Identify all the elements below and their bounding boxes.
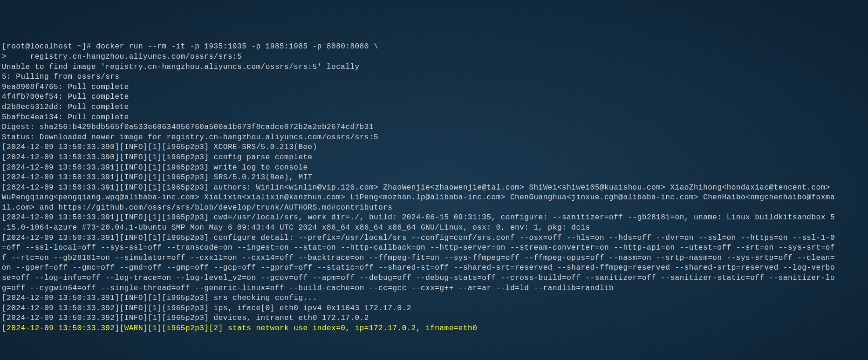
terminal-line: [2024-12-09 13:50:33.391][INFO][1][i965p… xyxy=(2,293,866,304)
terminal-line: se=off --log-info=off --log-trace=on --l… xyxy=(2,273,866,284)
terminal-line: on --gperf=off --gmc=off --gmd=off --gmp… xyxy=(2,263,866,273)
terminal-line: g=off --cygwin64=off --single-thread=off… xyxy=(2,284,866,294)
terminal-line: 5bafbc4ea134: Pull complete xyxy=(2,113,866,123)
terminal-line: Unable to find image 'registry.cn-hangzh… xyxy=(2,62,866,73)
terminal-line: il.com> and https://github.com/ossrs/srs… xyxy=(2,203,866,213)
terminal-line: [2024-12-09 13:50:33.392][WARN][1][i965p… xyxy=(2,324,866,334)
terminal-line: [2024-12-09 13:50:33.391][INFO][1][i965p… xyxy=(2,213,866,223)
terminal-line: [2024-12-09 13:50:33.392][INFO][1][i965p… xyxy=(2,313,866,324)
terminal-line: Digest: sha256:b429bdb565f0a533e60634856… xyxy=(2,122,866,133)
terminal-line: [2024-12-09 13:50:33.391][INFO][1][i965p… xyxy=(2,173,866,183)
terminal-line: =off --ssl-local=off --sys-ssl=off --tra… xyxy=(2,243,866,253)
terminal-line: [2024-12-09 13:50:33.390][INFO][1][i965p… xyxy=(2,143,866,153)
terminal-line: .15.0-1064-azure #73~20.04.1-Ubuntu SMP … xyxy=(2,223,866,233)
terminal-line: > registry.cn-hangzhou.aliyuncs.com/ossr… xyxy=(2,52,866,62)
terminal-line: WuPengqiang<pengqiang.wpq@alibaba-inc.co… xyxy=(2,193,866,203)
terminal-line: [2024-12-09 13:50:33.391][INFO][1][i965p… xyxy=(2,163,866,173)
terminal-line: [2024-12-09 13:50:33.391][INFO][1][i965p… xyxy=(2,233,866,244)
terminal-line: [2024-12-09 13:50:33.392][INFO][1][i965p… xyxy=(2,304,866,314)
terminal-line: [2024-12-09 13:50:33.390][INFO][1][i965p… xyxy=(2,153,866,163)
terminal-line: 4f4fb700ef54: Pull complete xyxy=(2,92,866,102)
terminal-line: f --rtc=on --gb28181=on --simulator=off … xyxy=(2,253,866,264)
terminal-line: 9ea8908f4765: Pull complete xyxy=(2,82,866,93)
terminal-line: [2024-12-09 13:50:33.391][INFO][1][i965p… xyxy=(2,183,866,193)
terminal-line: Status: Downloaded newer image for regis… xyxy=(2,133,866,143)
terminal-line: d2b8ec5312dd: Pull complete xyxy=(2,102,866,113)
terminal-line: 5: Pulling from ossrs/srs xyxy=(2,72,866,82)
terminal-output[interactable]: [root@localhost ~]# docker run --rm -it … xyxy=(2,42,866,333)
terminal-line: [root@localhost ~]# docker run --rm -it … xyxy=(2,42,866,52)
